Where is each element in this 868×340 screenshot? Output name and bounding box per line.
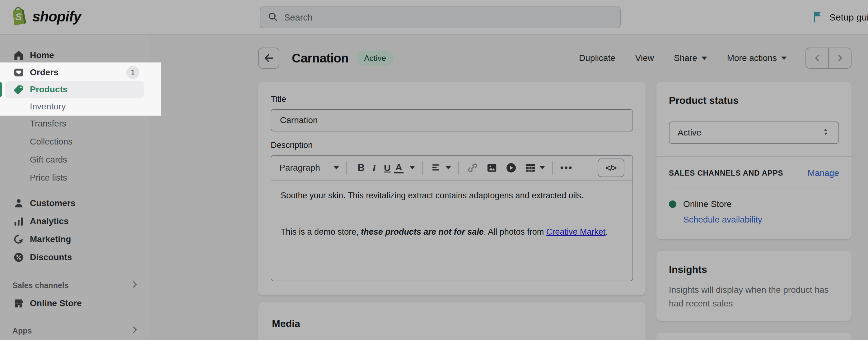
insights-heading: Insights [669, 263, 839, 276]
svg-text:S: S [15, 11, 22, 22]
chevron-down-icon [334, 166, 339, 169]
insert-video-button[interactable] [505, 162, 517, 174]
chevron-down-icon [781, 57, 787, 60]
insert-table-button[interactable] [524, 162, 545, 174]
insert-image-button[interactable] [486, 162, 498, 174]
page-title: Carnation [292, 51, 348, 65]
sidebar-item-label: Inventory [30, 102, 66, 111]
sidebar-item-price-lists[interactable]: Price lists [5, 170, 144, 186]
sidebar-item-marketing[interactable]: Marketing [5, 231, 144, 247]
description-field-label: Description [271, 140, 633, 150]
shopify-wordmark: shopify [32, 8, 81, 25]
next-product-button[interactable] [829, 48, 851, 68]
sales-channels-header[interactable]: Sales channels [5, 277, 144, 294]
italic-button[interactable]: I [368, 162, 380, 174]
description-paragraph-1: Soothe your skin. This revitalizing extr… [281, 189, 623, 202]
sidebar-item-label: Discounts [30, 252, 72, 262]
p2-bold-italic: these products are not for sale [361, 227, 484, 237]
sidebar-item-label: Analytics [30, 216, 69, 226]
text-color-label: A [394, 163, 404, 173]
storefront-icon [12, 297, 25, 310]
underline-button[interactable]: U [380, 163, 394, 173]
view-button[interactable]: View [635, 53, 654, 63]
sidebar-item-label: Collections [30, 137, 72, 147]
sidebar-item-transfers[interactable]: Transfers [5, 115, 144, 132]
setup-guide-button[interactable]: Setup guide [811, 0, 868, 35]
table-icon [524, 162, 537, 174]
sidebar-item-label: Online Store [30, 298, 82, 308]
selected-indicator-bar [0, 82, 2, 97]
sidebar-item-gift-cards[interactable]: Gift cards [5, 152, 144, 168]
share-menu-button[interactable]: Share [674, 53, 707, 63]
toolbar-separator [346, 161, 347, 175]
paragraph-style-select[interactable]: Paragraph [279, 163, 339, 173]
editor-toolbar: Paragraph B I U A [271, 156, 632, 180]
search-icon [267, 11, 278, 24]
view-label: View [635, 53, 654, 63]
duplicate-button[interactable]: Duplicate [579, 53, 615, 63]
play-circle-icon [505, 162, 517, 174]
back-button[interactable] [258, 47, 279, 69]
tour-spotlight: Orders 1 Products Inventory [0, 63, 161, 115]
product-status-select[interactable]: Active [669, 122, 839, 144]
p2-mid: . All photos from [484, 227, 546, 237]
title-input[interactable]: Carnation [271, 109, 633, 132]
section-label: Apps [12, 326, 32, 335]
sidebar-item-customers[interactable]: Customers [5, 195, 144, 211]
schedule-availability-link[interactable]: Schedule availability [683, 215, 762, 225]
page-header: Carnation Active Duplicate View Share Mo… [258, 46, 851, 70]
more-actions-menu-button[interactable]: More actions [727, 53, 787, 63]
sidebar-item-products-selected[interactable]: Products [5, 81, 144, 98]
product-status-card: Product status Active SALES CHANNELS AND… [656, 82, 851, 239]
sidebar-border-line [149, 63, 149, 115]
previous-product-button[interactable] [806, 48, 828, 68]
media-card: Media [258, 302, 646, 340]
sidebar-item-home[interactable]: Home [5, 47, 144, 63]
more-tools-button[interactable]: ••• [560, 163, 573, 173]
status-select-value: Active [678, 128, 701, 138]
align-left-icon [430, 162, 442, 174]
sidebar-item-online-store[interactable]: Online Store [5, 295, 144, 311]
p2-prefix: This is a demo store, [281, 227, 361, 237]
sidebar-item-label: Products [30, 84, 67, 95]
toolbar-separator [422, 161, 423, 175]
apps-header[interactable]: Apps [5, 322, 144, 339]
shopify-logo[interactable]: S shopify [9, 5, 81, 28]
alignment-button[interactable] [430, 162, 451, 174]
insights-card: Insights Insights will display when the … [656, 251, 851, 321]
product-pagination [805, 47, 851, 69]
text-color-button[interactable]: A [394, 163, 415, 173]
sidebar-item-label: Home [30, 50, 54, 60]
sidebar-item-label: Orders [30, 67, 59, 77]
toolbar-separator [552, 161, 553, 175]
shopify-admin-screen: S shopify Search Setup guide [0, 0, 868, 340]
bold-button[interactable]: B [354, 162, 368, 173]
link-icon [466, 162, 479, 174]
sidebar-item-label: Marketing [30, 234, 71, 244]
description-editor-content[interactable]: Soothe your skin. This revitalizing extr… [271, 180, 632, 281]
chevron-right-icon [835, 54, 845, 63]
rich-text-editor: Paragraph B I U A [271, 155, 633, 281]
creative-market-link[interactable]: Creative Market [546, 227, 606, 237]
sidebar-item-orders[interactable]: Orders 1 [5, 64, 144, 80]
schedule-availability-row: Schedule availability [669, 213, 839, 226]
sidebar-item-inventory[interactable]: Inventory [5, 99, 144, 115]
analytics-icon [12, 215, 25, 228]
product-details-card: Title Carnation Description Paragraph B … [258, 82, 646, 295]
sidebar-item-collections[interactable]: Collections [5, 134, 144, 150]
show-html-button[interactable]: </> [598, 159, 624, 177]
manage-link[interactable]: Manage [808, 168, 839, 178]
status-badge: Active [356, 50, 394, 66]
description-paragraph-2: This is a demo store, these products are… [281, 224, 623, 240]
marketing-icon [12, 233, 25, 245]
section-label: Sales channels [12, 281, 69, 290]
chevron-down-icon [410, 166, 415, 169]
search-input[interactable]: Search [260, 6, 621, 28]
channel-active-dot-icon [669, 200, 676, 208]
share-label: Share [674, 53, 697, 63]
duplicate-label: Duplicate [579, 53, 615, 63]
insert-link-button[interactable] [466, 162, 479, 174]
sidebar-item-analytics[interactable]: Analytics [5, 213, 144, 229]
sidebar-item-label: Gift cards [30, 155, 67, 165]
sidebar-item-discounts[interactable]: Discounts [5, 249, 144, 265]
